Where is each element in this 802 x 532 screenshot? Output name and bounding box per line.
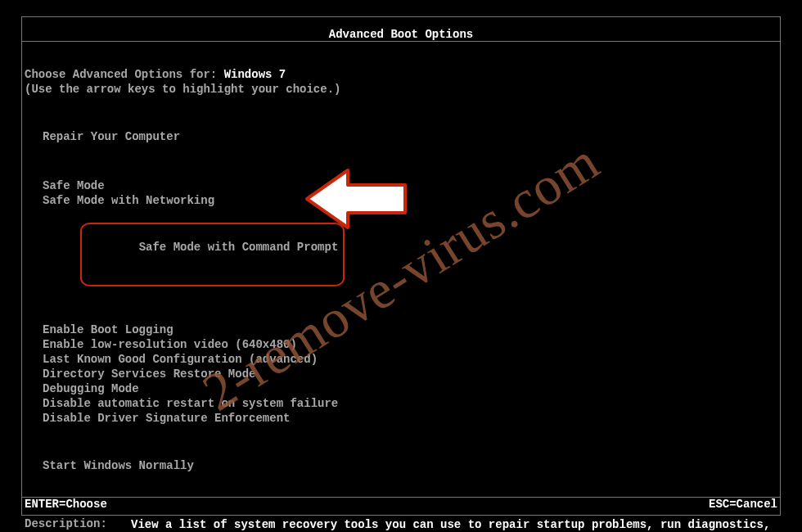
option-safe-mode-command-prompt[interactable]: Safe Mode with Command Prompt [80, 223, 345, 286]
option-enable-boot-logging[interactable]: Enable Boot Logging [43, 322, 777, 337]
option-disable-auto-restart[interactable]: Disable automatic restart on system fail… [43, 396, 777, 411]
choose-prompt: Choose Advanced Options for: Windows 7 [25, 67, 777, 82]
description-label: Description: [25, 517, 131, 532]
footer-esc-hint: ESC=Cancel [709, 498, 777, 511]
option-directory-services-restore[interactable]: Directory Services Restore Mode [43, 367, 777, 381]
option-disable-driver-signature[interactable]: Disable Driver Signature Enforcement [43, 411, 777, 426]
page-title: Advanced Boot Options [21, 28, 781, 41]
description-text: View a list of system recovery tools you… [131, 517, 777, 532]
option-debugging-mode[interactable]: Debugging Mode [43, 381, 777, 396]
hint-text: (Use the arrow keys to highlight your ch… [25, 82, 777, 97]
divider [21, 41, 781, 42]
option-low-resolution-video[interactable]: Enable low-resolution video (640x480) [43, 337, 777, 352]
os-name: Windows 7 [224, 68, 286, 81]
highlight-ring-icon [80, 223, 345, 286]
option-safe-mode-networking[interactable]: Safe Mode with Networking [43, 193, 777, 208]
option-label: Safe Mode with Command Prompt [139, 241, 339, 254]
option-safe-mode[interactable]: Safe Mode [43, 178, 777, 193]
footer-enter-hint: ENTER=Choose [25, 498, 107, 511]
option-start-windows-normally[interactable]: Start Windows Normally [43, 458, 777, 473]
option-last-known-good-config[interactable]: Last Known Good Configuration (advanced) [43, 352, 777, 367]
option-repair-your-computer[interactable]: Repair Your Computer [43, 129, 777, 144]
